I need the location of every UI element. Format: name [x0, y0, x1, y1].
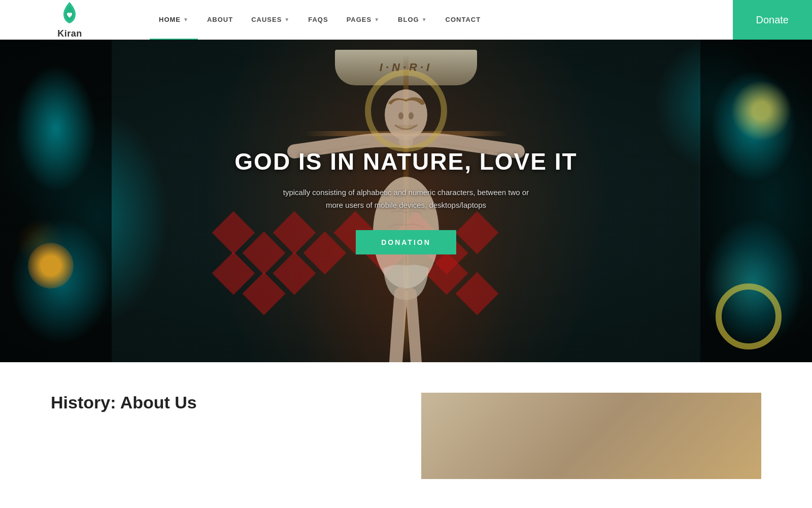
- chevron-down-icon: ▼: [284, 17, 290, 22]
- hero-section: I·N·R·I: [0, 40, 812, 362]
- nav-item-faqs[interactable]: FAQS: [299, 0, 337, 40]
- hero-title: GOD IS IN NATURE, LOVE IT: [228, 147, 584, 175]
- about-section-right: [421, 393, 761, 479]
- about-section-left: History: About Us: [51, 393, 391, 479]
- chevron-down-icon: ▼: [374, 17, 380, 22]
- logo-icon: [58, 1, 81, 27]
- nav-item-blog[interactable]: BLOG ▼: [389, 0, 436, 40]
- nav-item-pages[interactable]: PAGES ▼: [337, 0, 389, 40]
- about-photo: [421, 393, 761, 479]
- section-title: History: About Us: [51, 393, 391, 412]
- logo-area: Kiran: [0, 0, 140, 40]
- svg-point-2: [385, 89, 427, 140]
- svg-point-3: [398, 112, 403, 119]
- donation-button[interactable]: DONATION: [356, 230, 456, 255]
- nav-item-causes[interactable]: CAUSES ▼: [242, 0, 299, 40]
- logo-name: Kiran: [57, 28, 82, 39]
- below-hero-section: History: About Us: [0, 362, 812, 499]
- chevron-down-icon: ▼: [422, 17, 427, 22]
- main-nav: HOME ▼ ABOUT CAUSES ▼ FAQS PAGES ▼ BLOG …: [140, 0, 733, 40]
- svg-point-4: [409, 112, 414, 119]
- nav-item-about[interactable]: ABOUT: [198, 0, 242, 40]
- nav-item-contact[interactable]: CONTACT: [436, 0, 490, 40]
- logo-inner: Kiran: [57, 1, 82, 39]
- chevron-down-icon: ▼: [183, 17, 189, 22]
- hero-content: GOD IS IN NATURE, LOVE IT typically cons…: [228, 147, 584, 254]
- flame-icon: [58, 1, 81, 27]
- nav-item-home[interactable]: HOME ▼: [150, 0, 198, 40]
- donate-button[interactable]: Donate: [733, 0, 813, 40]
- header: Kiran HOME ▼ ABOUT CAUSES ▼ FAQS PAGES ▼…: [0, 0, 812, 40]
- hero-subtitle: typically consisting of alphabetic and n…: [228, 186, 584, 212]
